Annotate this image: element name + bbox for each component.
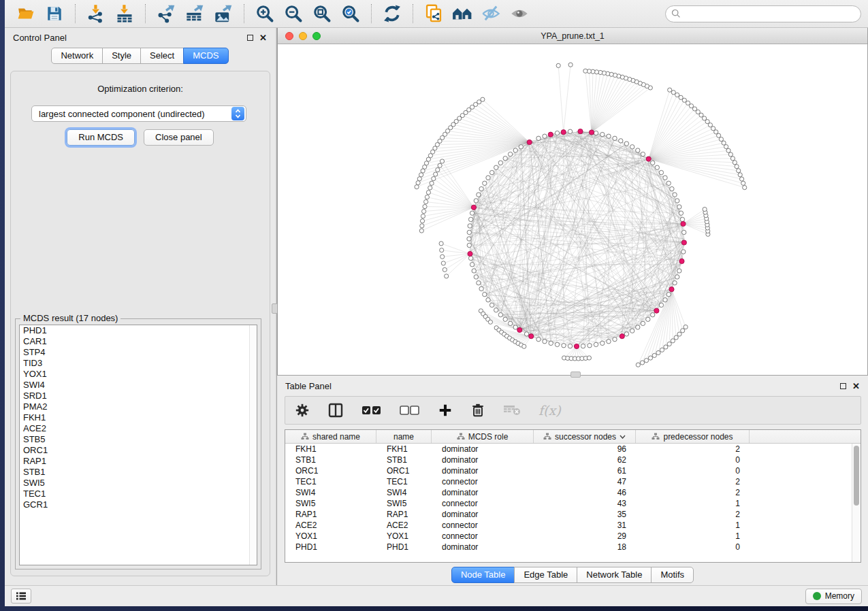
zoom-selected-button[interactable]	[336, 2, 365, 25]
cell-predecessor-nodes[interactable]: 2	[636, 488, 750, 497]
mcds-result-item[interactable]: FKH1	[20, 412, 257, 423]
network-node[interactable]	[421, 169, 425, 173]
network-node[interactable]	[675, 275, 679, 279]
zoom-fit-button[interactable]	[308, 2, 336, 25]
zoom-in-button[interactable]	[251, 2, 279, 25]
cell-MCDS-role[interactable]: dominator	[432, 444, 534, 454]
network-node[interactable]	[703, 116, 707, 120]
function-builder-button[interactable]: f(x)	[539, 403, 561, 418]
mcds-result-item[interactable]: SWI5	[20, 478, 257, 489]
cell-MCDS-role[interactable]: dominator	[432, 488, 534, 497]
network-node[interactable]	[648, 356, 652, 360]
cell-MCDS-role[interactable]: connector	[432, 521, 534, 530]
network-node[interactable]	[498, 161, 502, 165]
cell-shared-name[interactable]: SWI5	[285, 499, 376, 508]
save-session-button[interactable]	[40, 2, 69, 25]
cell-predecessor-nodes[interactable]: 1	[636, 521, 750, 530]
mcds-result-item[interactable]: TEC1	[20, 489, 257, 499]
network-node[interactable]	[468, 217, 472, 221]
network-node[interactable]	[644, 359, 648, 363]
table-row[interactable]: SWI4SWI4dominator462	[285, 487, 852, 498]
mcds-node[interactable]	[574, 344, 579, 348]
network-node[interactable]	[568, 344, 572, 348]
network-node[interactable]	[519, 145, 523, 149]
select-all-columns-button[interactable]	[361, 405, 382, 416]
cell-name[interactable]: TEC1	[376, 477, 432, 486]
cell-predecessor-nodes[interactable]: 0	[636, 466, 750, 476]
network-node[interactable]	[441, 261, 445, 265]
network-node[interactable]	[636, 363, 640, 367]
network-node[interactable]	[440, 248, 444, 252]
table-scrollbar[interactable]	[852, 444, 861, 562]
zoom-out-button[interactable]	[279, 2, 308, 25]
network-node[interactable]	[568, 129, 572, 133]
network-node[interactable]	[663, 176, 667, 180]
network-node[interactable]	[730, 156, 735, 161]
column-header-name[interactable]: name	[376, 430, 432, 443]
network-node[interactable]	[630, 145, 634, 149]
mcds-node[interactable]	[654, 308, 659, 313]
network-node[interactable]	[434, 172, 438, 176]
mcds-result-item[interactable]: PMA2	[20, 401, 257, 412]
network-node[interactable]	[724, 145, 728, 149]
export-image-button[interactable]	[209, 2, 238, 25]
network-node[interactable]	[428, 186, 432, 190]
mcds-result-item[interactable]: GCR1	[20, 499, 257, 510]
network-node[interactable]	[438, 163, 442, 167]
network-node[interactable]	[522, 344, 526, 348]
cell-successor-nodes[interactable]: 96	[534, 444, 636, 454]
network-node[interactable]	[738, 173, 742, 177]
mcds-node[interactable]	[529, 334, 534, 339]
refresh-layout-button[interactable]	[378, 2, 406, 25]
network-node[interactable]	[488, 320, 492, 324]
network-node[interactable]	[726, 148, 730, 152]
network-node[interactable]	[426, 191, 430, 195]
cell-MCDS-role[interactable]: connector	[432, 531, 534, 541]
cell-shared-name[interactable]: YOX1	[285, 531, 376, 541]
network-node[interactable]	[420, 224, 424, 228]
mcds-node[interactable]	[679, 259, 684, 263]
first-neighbors-button[interactable]	[448, 2, 477, 25]
network-node[interactable]	[443, 267, 447, 271]
mcds-node[interactable]	[527, 139, 532, 144]
network-node[interactable]	[600, 341, 605, 345]
search-field[interactable]	[665, 5, 861, 22]
horizontal-splitter-grip[interactable]	[570, 371, 581, 378]
network-node[interactable]	[508, 152, 512, 156]
tab-network[interactable]: Network	[51, 48, 103, 64]
network-node[interactable]	[468, 224, 472, 228]
close-panel-button[interactable]: Close panel	[144, 129, 214, 146]
cell-successor-nodes[interactable]: 18	[534, 542, 636, 552]
network-node[interactable]	[468, 256, 472, 260]
network-node[interactable]	[423, 165, 427, 169]
network-node[interactable]	[588, 344, 592, 348]
mcds-node[interactable]	[681, 221, 686, 226]
network-node[interactable]	[477, 193, 481, 197]
network-node[interactable]	[670, 186, 674, 191]
network-node[interactable]	[737, 169, 741, 173]
network-node[interactable]	[489, 170, 494, 174]
cell-successor-nodes[interactable]: 31	[534, 521, 636, 530]
network-node[interactable]	[722, 141, 726, 145]
network-node[interactable]	[613, 337, 617, 342]
cell-successor-nodes[interactable]: 62	[534, 455, 636, 465]
network-canvas[interactable]	[278, 44, 867, 374]
network-node[interactable]	[416, 181, 420, 185]
table-row[interactable]: STB1STB1dominator620	[285, 455, 852, 465]
mcds-node[interactable]	[561, 130, 566, 135]
mcds-node[interactable]	[517, 327, 522, 332]
tab-style[interactable]: Style	[102, 48, 141, 64]
network-node[interactable]	[673, 281, 677, 285]
network-node[interactable]	[686, 101, 690, 105]
network-node[interactable]	[420, 219, 424, 223]
network-node[interactable]	[624, 142, 628, 146]
network-node[interactable]	[568, 63, 573, 67]
network-node[interactable]	[583, 69, 588, 73]
show-column-panel-button[interactable]	[327, 402, 344, 418]
import-table-button[interactable]	[110, 2, 139, 25]
network-node[interactable]	[733, 161, 737, 165]
network-node[interactable]	[624, 332, 628, 336]
network-node[interactable]	[536, 337, 541, 342]
network-node[interactable]	[735, 165, 739, 169]
delete-table-button[interactable]	[503, 404, 521, 416]
